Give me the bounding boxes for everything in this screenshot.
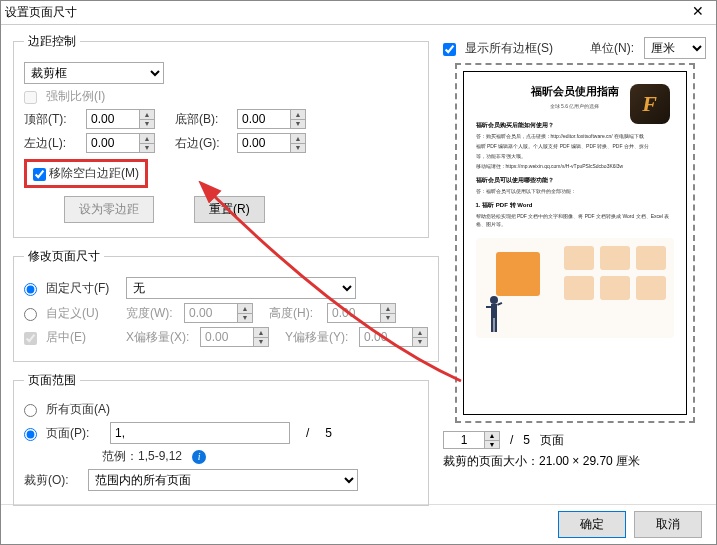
- custom-size-label: 自定义(U): [46, 305, 120, 322]
- fixed-size-select[interactable]: 无: [126, 277, 356, 299]
- brand-badge: F: [630, 84, 670, 124]
- titlebar: 设置页面尺寸 ✕: [1, 1, 716, 25]
- left-input[interactable]: [87, 134, 139, 152]
- svg-rect-4: [486, 306, 491, 308]
- unit-select[interactable]: 厘米: [644, 37, 706, 59]
- close-icon[interactable]: ✕: [684, 3, 712, 23]
- cancel-button[interactable]: 取消: [634, 511, 702, 538]
- total-pages: 5: [325, 426, 332, 440]
- svg-point-0: [490, 296, 498, 304]
- svg-rect-2: [491, 318, 494, 332]
- info-icon[interactable]: i: [192, 450, 206, 464]
- preview-page: F 福昕会员使用指南 全球 5.6 亿用户的选择 福昕会员购买后能如何使用？ 答…: [463, 71, 687, 415]
- remove-white-highlight: 移除空白边距(M): [24, 159, 148, 188]
- spin-up-icon[interactable]: ▲: [139, 110, 154, 120]
- spin-down-icon[interactable]: ▼: [139, 120, 154, 129]
- width-spin: ▲▼: [184, 303, 253, 323]
- right-label: 右边(G):: [175, 135, 231, 152]
- right-spin[interactable]: ▲▼: [237, 133, 306, 153]
- preview-pages-label: 页面: [540, 432, 564, 449]
- margin-legend: 边距控制: [24, 33, 80, 50]
- bottom-input[interactable]: [238, 110, 290, 128]
- remove-white-checkbox[interactable]: [33, 168, 46, 181]
- fixed-size-radio[interactable]: [24, 283, 37, 296]
- top-spin[interactable]: ▲▼: [86, 109, 155, 129]
- slash: /: [306, 426, 309, 440]
- width-label: 宽度(W):: [126, 305, 178, 322]
- preview-thumbs: [476, 238, 674, 338]
- thumb-main: [496, 252, 540, 296]
- xoff-spin: ▲▼: [200, 327, 269, 347]
- bottom-label: 底部(B):: [175, 111, 231, 128]
- preview-total: 5: [523, 433, 530, 447]
- height-spin: ▲▼: [327, 303, 396, 323]
- ok-button[interactable]: 确定: [558, 511, 626, 538]
- xoff-label: X偏移量(X):: [126, 329, 194, 346]
- dialog-title: 设置页面尺寸: [5, 4, 684, 21]
- crop-label: 裁剪(O):: [24, 472, 82, 489]
- all-pages-label: 所有页面(A): [46, 401, 110, 418]
- zero-margin-button[interactable]: 设为零边距: [64, 196, 154, 223]
- right-input[interactable]: [238, 134, 290, 152]
- preview-page-spin[interactable]: ▲▼: [443, 431, 500, 449]
- dialog-footer: 确定 取消: [1, 504, 716, 544]
- crop-select[interactable]: 范围内的所有页面: [88, 469, 358, 491]
- center-label: 居中(E): [46, 329, 120, 346]
- pagesize-legend: 修改页面尺寸: [24, 248, 104, 265]
- top-label: 顶部(T):: [24, 111, 80, 128]
- range-legend: 页面范围: [24, 372, 80, 389]
- page-size-dialog: 设置页面尺寸 ✕ 边距控制 裁剪框 强制比例(I) 顶部(T): ▲▼: [0, 0, 717, 545]
- top-input[interactable]: [87, 110, 139, 128]
- fixed-size-label: 固定尺寸(F): [46, 280, 120, 297]
- unit-label: 单位(N):: [590, 40, 634, 57]
- box-type-select[interactable]: 裁剪框: [24, 62, 164, 84]
- pages-radio[interactable]: [24, 428, 37, 441]
- svg-rect-3: [494, 318, 497, 332]
- show-all-borders-label: 显示所有边框(S): [465, 40, 553, 57]
- reset-button[interactable]: 重置(R): [194, 196, 265, 223]
- remove-white-label: 移除空白边距(M): [49, 165, 139, 182]
- range-example: 范例：1,5-9,12: [102, 448, 182, 465]
- bottom-spin[interactable]: ▲▼: [237, 109, 306, 129]
- left-spin[interactable]: ▲▼: [86, 133, 155, 153]
- force-ratio-checkbox: [24, 91, 37, 104]
- page-size-group: 修改页面尺寸 固定尺寸(F) 无 自定义(U) 宽度(W): ▲▼ 高度(H):…: [13, 248, 439, 362]
- custom-size-radio[interactable]: [24, 308, 37, 321]
- svg-rect-1: [491, 304, 497, 318]
- force-ratio-label: 强制比例(I): [46, 88, 105, 105]
- yoff-spin: ▲▼: [359, 327, 428, 347]
- page-range-group: 页面范围 所有页面(A) 页面(P): / 5 范例：1,5-9,12 i: [13, 372, 429, 506]
- show-all-borders-checkbox[interactable]: [443, 43, 456, 56]
- yoff-label: Y偏移量(Y):: [285, 329, 353, 346]
- preview-area[interactable]: F 福昕会员使用指南 全球 5.6 亿用户的选择 福昕会员购买后能如何使用？ 答…: [455, 63, 695, 423]
- pages-label: 页面(P):: [46, 425, 104, 442]
- margin-control-group: 边距控制 裁剪框 强制比例(I) 顶部(T): ▲▼ 底部(B): ▲▼: [13, 33, 429, 238]
- left-label: 左边(L):: [24, 135, 80, 152]
- preview-page-input[interactable]: [444, 432, 484, 448]
- center-checkbox: [24, 332, 37, 345]
- height-label: 高度(H):: [269, 305, 321, 322]
- crop-info: 裁剪的页面大小：21.00 × 29.70 厘米: [443, 453, 706, 470]
- pages-input[interactable]: [110, 422, 290, 444]
- svg-rect-5: [497, 302, 502, 306]
- all-pages-radio[interactable]: [24, 404, 37, 417]
